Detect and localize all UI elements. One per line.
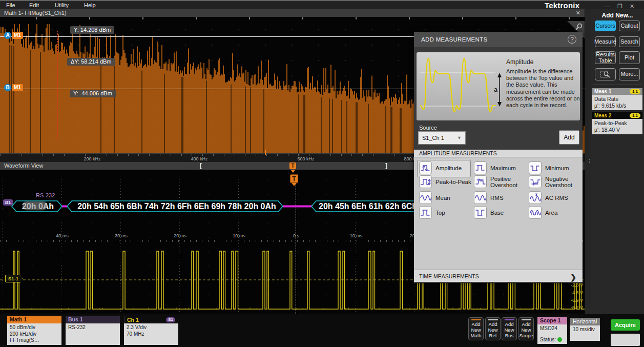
acquire-button[interactable]: Acquire (611, 319, 640, 331)
add-button[interactable]: Add (559, 130, 579, 145)
meas2-card[interactable]: Meas 21-1 Peak-to-Peakµ': 18.40 V (592, 112, 642, 134)
sidebar-button-cursors[interactable]: Cursors (595, 21, 616, 31)
meas1-name: Meas 1 (594, 89, 611, 94)
sidebar: Add New... CursorsCalloutMeasureSearchRe… (591, 9, 644, 314)
amplitude-icon (419, 161, 432, 174)
sidebar-button-search[interactable]: Search (619, 36, 640, 47)
measurement-item-base[interactable]: Base (474, 206, 504, 219)
measurement-item-area[interactable]: Area (529, 206, 557, 219)
menu-help[interactable]: Help (84, 2, 96, 8)
cursor-vertical-line[interactable] (57, 31, 58, 139)
add-new-bus-button[interactable]: AddNewBus (502, 317, 517, 340)
horizontal-title: Horizontal (573, 318, 597, 325)
fft-close-button[interactable]: ✕ (576, 9, 580, 17)
s1-channel-badge[interactable]: S1-1 (5, 275, 23, 282)
sidebar-separator (593, 85, 642, 85)
time-section-header[interactable]: TIME MEASUREMENTS❯ (414, 270, 583, 282)
source-dropdown[interactable]: S1_Ch 1▼ (418, 131, 466, 145)
horizontal-badge[interactable]: Horizontal 10 ms/div (570, 318, 600, 341)
trigger-flag-small[interactable]: T (289, 162, 296, 169)
measurement-item-rms[interactable]: RMS (474, 191, 504, 204)
amplitude-preview-image: a (418, 54, 503, 118)
status-green-dot (557, 337, 562, 342)
measurement-item-top[interactable]: Top (419, 206, 445, 219)
sidebar-button-callout[interactable]: Callout (619, 21, 640, 31)
math1-title: Math 1 (10, 316, 27, 323)
measurement-item-label: AC RMS (545, 195, 568, 201)
measurement-item-positive-overshoot[interactable]: PositiveOvershoot (474, 175, 517, 188)
add-new-scope-button[interactable]: AddNewScope (518, 317, 534, 340)
zoom-bracket-open[interactable]: [ (200, 162, 202, 170)
zoom-bracket-close[interactable]: ] (385, 162, 387, 170)
badge-line: RS-232 (68, 324, 117, 331)
time-label: -40 ms (54, 233, 69, 238)
trigger-caret (290, 170, 296, 173)
badge-line: 2.3 V/div (127, 324, 176, 331)
scope1-title: Scope 1 (540, 317, 560, 324)
measurement-item-label: Maximum (490, 165, 516, 171)
volt-label: -6.9 V (571, 298, 583, 303)
math1-badge[interactable]: Math 1 50 dBm/div200 kHz/divFFTmag(S… (7, 316, 61, 345)
bottom-bar: Math 1 50 dBm/div200 kHz/divFFTmag(S… Bu… (0, 314, 644, 347)
cursor-delta-readout: ΔY: 58.214 dBm (67, 58, 115, 66)
freq-label: 600 kHz (297, 156, 314, 161)
measurement-grid: AmplitudeMaximumMinimumPeak-to-PeakPosit… (414, 157, 583, 270)
measurement-item-minimum[interactable]: Minimum (529, 161, 569, 174)
time-label: 10 ms (350, 233, 363, 238)
sidebar-button-plot[interactable]: Plot (619, 51, 640, 64)
sidebar-button-results-table[interactable]: Results Table (595, 51, 616, 64)
measurement-item-peak-to-peak[interactable]: Peak-to-Peak (419, 175, 471, 188)
ch1-badge[interactable]: Ch 1S1 2.3 V/div70 MHz (124, 316, 178, 345)
cursor-b-m1: M1 (12, 84, 23, 91)
measurement-item-mean[interactable]: Mean (419, 191, 450, 204)
add-new-ref-button[interactable]: AddNewRef (485, 317, 501, 340)
scope-status-label: Status: (540, 337, 556, 342)
trigger-flag[interactable]: T (290, 174, 298, 183)
menu-file[interactable]: File (6, 2, 15, 8)
time-section-label: TIME MEASUREMENTS (419, 273, 479, 279)
measurement-item-label: Amplitude (435, 165, 462, 171)
time-label: 0 s (293, 233, 299, 238)
base-icon (474, 206, 487, 219)
bus-rs232-label: RS-232 (36, 192, 55, 198)
add-new-math-button[interactable]: AddNewMath (468, 317, 484, 340)
amplitude-section-header[interactable]: AMPLITUDE MEASUREMENTS (414, 150, 583, 157)
sidebar-button-zoom-select[interactable] (595, 68, 616, 80)
measurement-item-ac-rms[interactable]: AC RMS (529, 191, 568, 204)
cursor-b-readout: Y: -44.006 dBm (70, 90, 116, 97)
svg-text:a: a (494, 86, 497, 93)
ch1-title: Ch 1 (127, 316, 139, 324)
sidebar-button-more-[interactable]: More... (619, 68, 640, 80)
magnifier-icon (575, 23, 583, 31)
acquire-status-box (611, 334, 640, 346)
help-icon[interactable]: ? (568, 35, 576, 44)
badge-line: 50 dBm/div (10, 324, 59, 331)
bus-b1-badge[interactable]: B1 (3, 199, 13, 206)
cursor-b-badge[interactable]: B M1 (4, 84, 23, 91)
cursor-b-circle: B (4, 84, 11, 91)
volt-label: -9.2 V (571, 305, 583, 310)
menu-utility[interactable]: Utility (55, 2, 69, 8)
measurement-item-negative-overshoot[interactable]: NegativeOvershoot (529, 175, 572, 188)
dialog-title[interactable]: ADD MEASUREMENTS (414, 32, 583, 47)
cursor-a-badge[interactable]: A M1 (4, 32, 23, 39)
scope1-badge[interactable]: Scope 1 MSO24Status: (537, 317, 567, 344)
measurement-item-maximum[interactable]: Maximum (474, 161, 516, 174)
meas2-name: Meas 2 (594, 113, 611, 118)
source-label: Source (419, 125, 437, 131)
measurement-item-label: NegativeOvershoot (545, 176, 572, 188)
cursor-a-m1: M1 (12, 32, 23, 39)
pointer-smudge (23, 201, 47, 210)
peak-to-peak-icon (419, 175, 432, 188)
area-icon (529, 206, 542, 219)
meas1-card[interactable]: Meas 11-1 Data Rateµ': 9.615 kb/s (592, 88, 642, 110)
bus1-badge[interactable]: Bus 1 RS-232 (66, 316, 120, 345)
fft-panel-title: Math 1- FftMag(S1_Ch1)✕ (0, 9, 585, 17)
meas2-type: Peak-to-Peak (594, 120, 640, 127)
panel-divider[interactable]: ⋮ (585, 9, 591, 314)
sidebar-button-measure[interactable]: Measure (595, 36, 616, 47)
fft-title-text: Math 1- FftMag(S1_Ch1) (4, 10, 67, 16)
measurement-item-amplitude[interactable]: Amplitude (419, 161, 462, 174)
measurement-item-label: PositiveOvershoot (490, 176, 517, 188)
menu-edit[interactable]: Edit (29, 2, 39, 8)
